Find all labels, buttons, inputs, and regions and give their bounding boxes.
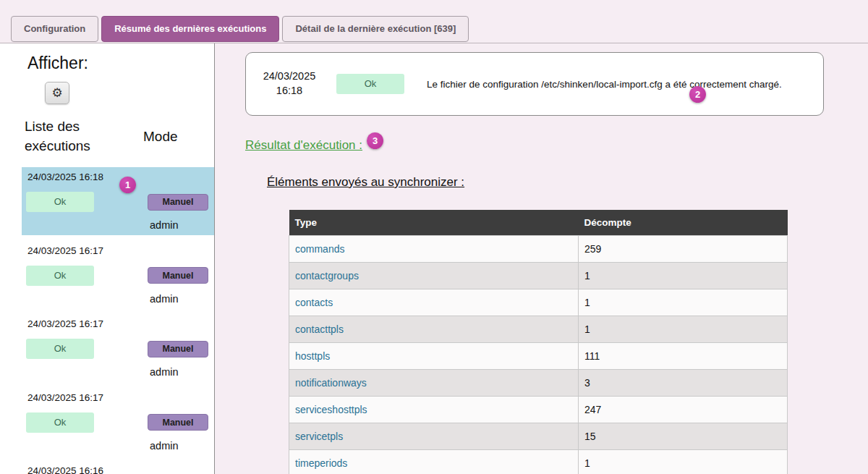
list-column-headers: Liste des exécutions Mode [25, 117, 214, 156]
tab-configuration[interactable]: Configuration [11, 16, 98, 42]
elements-table: Type Décompte commands259contactgroups1c… [289, 210, 788, 474]
execution-list-item[interactable]: 24/03/2025 16:17OkManueladmin [22, 388, 214, 456]
execution-list-item[interactable]: 24/03/2025 16:16OkManueladmin [22, 461, 214, 474]
execution-datetime: 24/03/2025 16:17 [27, 392, 208, 403]
summary-message: Le fichier de configuration /etc/shinken… [427, 79, 809, 90]
table-row: notificationways3 [289, 370, 788, 397]
type-cell: commands [289, 236, 579, 263]
count-cell: 247 [579, 397, 788, 423]
count-cell: 15 [579, 423, 788, 450]
execution-datetime: 24/03/2025 16:18 [27, 172, 208, 182]
section-heading-wrap: Éléments envoyés au synchronizer : [267, 175, 868, 190]
table-row: commands259 [289, 236, 788, 263]
mode-button[interactable]: Manuel [148, 341, 208, 357]
execution-status-row: OkManuel [26, 339, 208, 359]
status-badge: Ok [26, 339, 94, 359]
type-link-hosttpls[interactable]: hosttpls [295, 350, 330, 362]
table-row: contacttpls1 [289, 316, 788, 343]
mode-button[interactable]: Manuel [148, 267, 208, 284]
type-link-commands[interactable]: commands [295, 243, 344, 255]
annotation-marker-1: 1 [119, 177, 136, 193]
execution-status-row: OkManuel [26, 192, 208, 212]
mode-button[interactable]: Manuel [148, 194, 208, 211]
summary-status-badge: Ok [336, 74, 404, 94]
status-badge: Ok [26, 192, 94, 212]
execution-user: admin [150, 367, 208, 378]
type-link-contactgroups[interactable]: contactgroups [295, 270, 359, 282]
count-cell: 3 [579, 370, 788, 397]
type-cell: notificationways [289, 370, 579, 397]
table-row: hosttpls111 [289, 343, 788, 370]
tab-r-sum-des-derni-res-ex-cutions[interactable]: Résumé des dernières exécutions [101, 16, 279, 42]
summary-datetime: 24/03/2025 16:18 [260, 69, 318, 98]
tab-d-tail-de-la-derni-re-ex-cution-639[interactable]: Détail de la dernière exécution [639] [282, 16, 469, 42]
mode-column-header: Mode [143, 129, 178, 145]
executions-column-header: Liste des exécutions [25, 117, 129, 156]
type-cell: contacts [289, 289, 579, 316]
count-cell: 1 [579, 450, 788, 474]
execution-user: admin [150, 220, 208, 231]
execution-result-link[interactable]: Résultat d'exécution : [245, 138, 362, 153]
type-cell: serviceshosttpls [289, 397, 579, 423]
main-panel: 24/03/2025 16:18 Ok Le fichier de config… [215, 43, 868, 474]
page: ConfigurationRésumé des dernières exécut… [0, 0, 868, 474]
execution-list-item[interactable]: 24/03/2025 16:18OkManueladmin1 [22, 167, 214, 235]
content: Afficher: ⚙ Liste des exécutions Mode 24… [0, 43, 868, 474]
count-cell: 1 [579, 316, 788, 343]
type-link-contacts[interactable]: contacts [295, 297, 333, 308]
table-row: contactgroups1 [289, 263, 788, 289]
table-header-row: Type Décompte [289, 210, 788, 236]
table-row: contacts1 [289, 289, 788, 316]
show-label: Afficher: [27, 54, 214, 73]
execution-datetime: 24/03/2025 16:16 [27, 465, 208, 474]
table-row: timeperiods1 [289, 450, 788, 474]
synchronizer-heading: Éléments envoyés au synchronizer : [267, 175, 464, 189]
type-link-timeperiods[interactable]: timeperiods [295, 457, 347, 469]
executions-list: 24/03/2025 16:18OkManueladmin124/03/2025… [0, 167, 214, 474]
type-link-contacttpls[interactable]: contacttpls [295, 323, 344, 335]
count-column-header: Décompte [579, 210, 788, 236]
execution-status-row: OkManuel [26, 266, 208, 286]
type-cell: servicetpls [289, 423, 579, 450]
annotation-marker-2: 2 [689, 86, 706, 103]
execution-status-row: OkManuel [26, 412, 208, 433]
result-row: Résultat d'exécution : 3 [245, 135, 868, 156]
type-column-header: Type [289, 210, 579, 236]
type-cell: contacttpls [289, 316, 579, 343]
count-cell: 259 [579, 236, 788, 263]
type-cell: hosttpls [289, 343, 579, 370]
table-row: servicetpls15 [289, 423, 788, 450]
execution-list-item[interactable]: 24/03/2025 16:17OkManueladmin [22, 241, 214, 309]
settings-button[interactable]: ⚙ [45, 82, 69, 104]
execution-datetime: 24/03/2025 16:17 [27, 318, 208, 329]
annotation-marker-3: 3 [367, 132, 383, 149]
execution-summary-box: 24/03/2025 16:18 Ok Le fichier de config… [245, 52, 824, 116]
execution-user: admin [150, 441, 208, 452]
count-cell: 1 [579, 289, 788, 316]
type-link-serviceshosttpls[interactable]: serviceshosttpls [295, 404, 367, 415]
tab-bar: ConfigurationRésumé des dernières exécut… [0, 0, 868, 42]
type-cell: contactgroups [289, 263, 579, 289]
type-cell: timeperiods [289, 450, 579, 474]
status-badge: Ok [26, 266, 94, 286]
gear-icon: ⚙ [51, 86, 62, 100]
type-link-servicetpls[interactable]: servicetpls [295, 431, 343, 442]
summary-date: 24/03/2025 [260, 69, 318, 84]
count-cell: 111 [579, 343, 788, 370]
execution-list-item[interactable]: 24/03/2025 16:17OkManueladmin [22, 314, 214, 382]
sidebar: Afficher: ⚙ Liste des exécutions Mode 24… [0, 43, 215, 474]
type-link-notificationways[interactable]: notificationways [295, 377, 367, 389]
table-row: serviceshosttpls247 [289, 397, 788, 423]
summary-time: 16:18 [260, 84, 318, 98]
status-badge: Ok [26, 412, 94, 433]
mode-button[interactable]: Manuel [148, 414, 208, 431]
execution-user: admin [150, 294, 208, 305]
count-cell: 1 [579, 263, 788, 289]
execution-datetime: 24/03/2025 16:17 [27, 245, 208, 256]
